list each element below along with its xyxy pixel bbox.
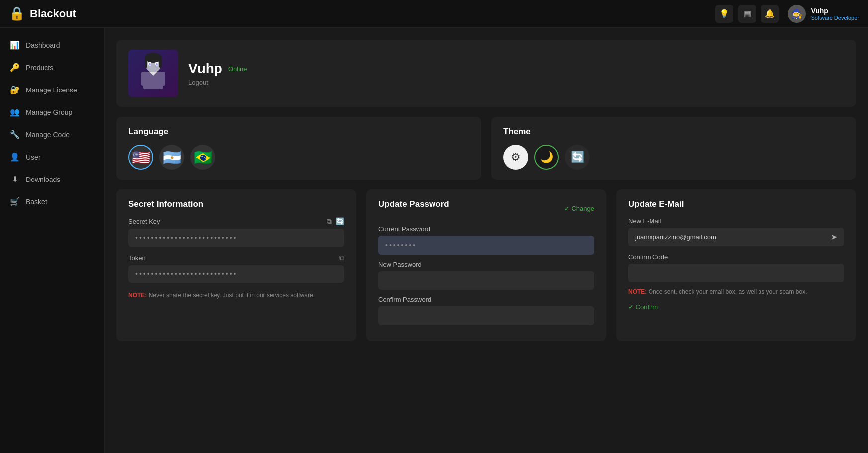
confirm-code-label: Confirm Code [628,253,844,261]
new-email-input[interactable] [628,228,824,246]
bell-icon: 🔔 [765,9,775,18]
user-name: Vuhp [811,7,859,15]
language-theme-row: Language 🇺🇸 🇦🇷 🇧🇷 Theme ⚙ 🌙 🔄 [116,117,856,180]
new-password-input[interactable] [378,271,594,290]
sidebar-item-user[interactable]: 👤 User [0,146,104,168]
email-note-label: NOTE: [628,288,647,295]
flag-br[interactable]: 🇧🇷 [190,145,215,170]
confirm-email-button[interactable]: ✓ Confirm [628,303,658,311]
profile-status: Online [228,65,247,73]
note-label: NOTE: [128,292,147,299]
theme-light-button[interactable]: ⚙ [503,145,528,170]
topbar-actions: 💡 ▦ 🔔 🧙 Vuhp Software Developer [715,5,859,23]
profile-info: Vuhp Online Logout [188,61,247,86]
main-content: Vuhp Online Logout Language 🇺🇸 🇦🇷 🇧🇷 The… [105,28,868,453]
confirm-code-input[interactable] [628,264,844,282]
theme-sync-button[interactable]: 🔄 [565,145,590,170]
send-email-button[interactable]: ➤ [824,232,844,242]
sidebar-label-basket: Basket [26,198,47,206]
update-email-card: Update E-Mail New E-Mail ➤ Confirm Code … [616,189,856,341]
secret-key-label: Secret Key ⧉ 🔄 [128,217,344,226]
refresh-secret-key-button[interactable]: 🔄 [336,217,344,226]
language-card: Language 🇺🇸 🇦🇷 🇧🇷 [116,117,481,180]
user-role: Software Developer [811,15,859,21]
dashboard-icon: 📊 [10,40,20,50]
basket-icon: 🛒 [10,197,20,206]
user-icon: 👤 [10,152,20,162]
avatar-image [128,50,178,97]
lock-icon: 🔒 [9,6,25,21]
confirm-password-label: Confirm Password [378,296,594,303]
svg-point-11 [156,63,158,66]
secret-info-title: Secret Information [128,199,344,209]
new-email-label: New E-Mail [628,217,844,225]
svg-rect-7 [159,57,162,68]
token-input[interactable] [128,265,344,283]
update-email-title: Update E-Mail [628,199,844,209]
current-password-label: Current Password [378,225,594,233]
current-password-input[interactable] [378,236,594,255]
svg-point-10 [149,63,151,66]
app-name: Blackout [30,7,76,20]
notifications-button[interactable]: 🔔 [761,5,779,23]
sidebar-item-manage-group[interactable]: 👥 Manage Group [0,101,104,123]
send-icon: ➤ [831,233,837,241]
avatar: 🧙 [788,5,806,23]
avatar-char: 🧙 [791,8,802,19]
manage-group-icon: 👥 [10,107,20,117]
layout-button[interactable]: ▦ [738,5,756,23]
profile-card: Vuhp Online Logout [116,40,856,107]
svg-rect-4 [160,72,165,86]
profile-avatar [128,50,178,97]
flag-us[interactable]: 🇺🇸 [128,145,153,170]
theme-title: Theme [503,127,844,137]
bottom-row: Secret Information Secret Key ⧉ 🔄 Token … [116,189,856,341]
secret-key-icons: ⧉ 🔄 [327,217,344,226]
logout-link[interactable]: Logout [188,79,247,86]
sidebar-item-dashboard[interactable]: 📊 Dashboard [0,34,104,56]
sidebar-item-products[interactable]: 🔑 Products [0,56,104,79]
topbar: 🔒 Blackout 💡 ▦ 🔔 🧙 Vuhp Software Develop… [0,0,868,28]
sidebar-label-manage-code: Manage Code [26,131,70,139]
theme-card: Theme ⚙ 🌙 🔄 [491,117,856,180]
sidebar-label-downloads: Downloads [26,176,60,183]
secret-info-card: Secret Information Secret Key ⧉ 🔄 Token … [116,189,356,341]
sidebar-item-downloads[interactable]: ⬇ Downloads [0,168,104,190]
password-header: Update Password ✓ Change [378,199,594,217]
layout: 📊 Dashboard 🔑 Products 🔐 Manage License … [0,28,868,453]
token-label: Token ⧉ [128,254,344,262]
secret-note: NOTE: Never share the secret key. Just p… [128,292,344,299]
manage-license-icon: 🔐 [10,85,20,94]
sidebar-label-products: Products [26,64,53,72]
downloads-icon: ⬇ [10,175,20,184]
sidebar-item-basket[interactable]: 🛒 Basket [0,190,104,213]
theme-dark-button[interactable]: 🌙 [534,145,559,170]
sidebar-label-manage-license: Manage License [26,86,77,94]
new-password-label: New Password [378,261,594,268]
flag-ar[interactable]: 🇦🇷 [159,145,184,170]
email-note: NOTE: Once sent, check your email box, a… [628,288,844,295]
svg-rect-6 [145,57,147,68]
sidebar-label-user: User [26,153,41,161]
confirm-password-input[interactable] [378,306,594,325]
sidebar-item-manage-code[interactable]: 🔧 Manage Code [0,123,104,146]
change-link[interactable]: ✓ Change [564,205,594,212]
sidebar-label-manage-group: Manage Group [26,108,72,116]
light-icon: 💡 [719,9,729,18]
copy-token-button[interactable]: ⧉ [339,254,344,262]
manage-code-icon: 🔧 [10,130,20,139]
svg-rect-3 [141,72,146,86]
user-menu[interactable]: 🧙 Vuhp Software Developer [788,5,859,23]
update-password-title: Update Password [378,199,449,209]
profile-name: Vuhp [188,61,222,77]
sidebar-label-dashboard: Dashboard [26,41,60,49]
sidebar-item-manage-license[interactable]: 🔐 Manage License [0,79,104,101]
theme-row: ⚙ 🌙 🔄 [503,145,844,170]
language-title: Language [128,127,469,137]
app-logo: 🔒 Blackout [9,6,76,21]
secret-key-input[interactable] [128,229,344,247]
light-button[interactable]: 💡 [715,5,733,23]
products-icon: 🔑 [10,63,20,72]
copy-secret-key-button[interactable]: ⧉ [327,217,332,226]
email-input-row: ➤ [628,228,844,246]
